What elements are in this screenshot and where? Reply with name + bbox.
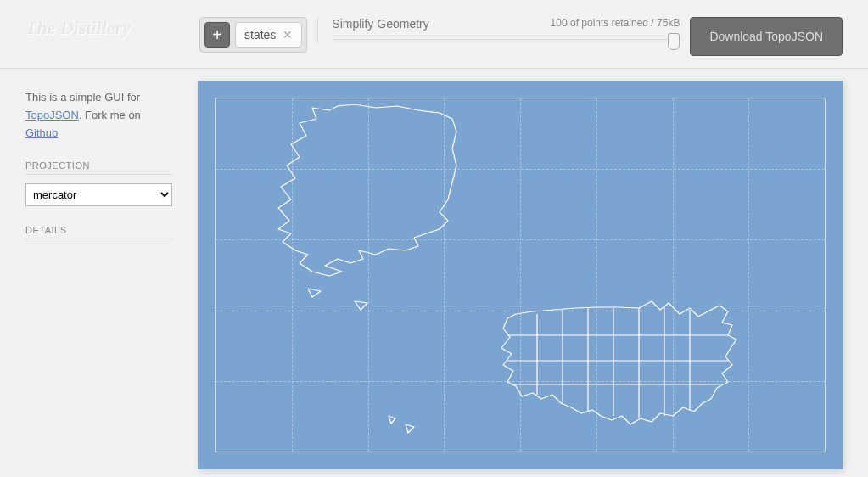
intro-text: This is a simple GUI for TopoJSON. Fork … (25, 89, 172, 142)
alaska-outline (278, 104, 456, 276)
simplify-status: 100 of points retained / 75kB (551, 17, 680, 31)
sidebar: This is a simple GUI for TopoJSON. Fork … (0, 69, 186, 477)
simplify-label: Simplify Geometry (332, 17, 428, 31)
github-link[interactable]: Github (25, 126, 58, 139)
canvas-area (186, 69, 868, 477)
slider-handle[interactable] (668, 33, 680, 50)
projection-heading: PROJECTION (25, 160, 172, 175)
hawaii-1 (389, 416, 395, 424)
download-button[interactable]: Download TopoJSON (690, 17, 843, 56)
intro-mid: . Fork me on (79, 109, 141, 121)
details-heading: DETAILS (25, 225, 172, 239)
alaska-island-1 (308, 289, 321, 297)
add-layer-button[interactable]: + (204, 22, 230, 48)
simplify-slider[interactable] (332, 39, 680, 42)
layer-tag-label: states (244, 28, 276, 42)
map-svg (198, 81, 843, 469)
simplify-section: Simplify Geometry 100 of points retained… (317, 17, 680, 42)
close-icon[interactable]: ✕ (283, 28, 293, 42)
alaska-island-2 (355, 301, 367, 310)
hawaii-2 (406, 424, 414, 433)
layer-tags: + states ✕ (199, 17, 307, 53)
topojson-link[interactable]: TopoJSON (25, 109, 79, 121)
app-title: The Distillery (25, 17, 199, 39)
projection-select[interactable]: mercator (25, 183, 172, 206)
state-lines (507, 306, 728, 418)
intro-prefix: This is a simple GUI for (25, 91, 140, 104)
map-canvas[interactable] (198, 81, 843, 469)
layer-tag[interactable]: states ✕ (235, 22, 302, 48)
